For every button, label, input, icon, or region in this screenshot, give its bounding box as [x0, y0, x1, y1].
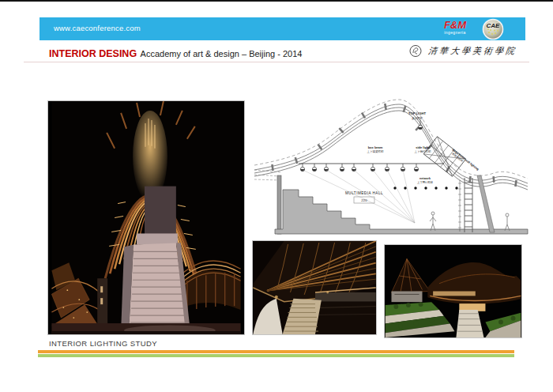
conference-url-link[interactable]: www.caeconference.com — [54, 24, 141, 32]
fm-ingegneria-logo: F&M ingegneria — [438, 20, 472, 35]
slide-top-border — [0, 0, 553, 2]
label-box-beam-cn: 上下箱梁照明 — [367, 149, 385, 153]
label-network-cn: 上下网灯照明 — [417, 180, 433, 184]
cae-logo-text: CAE — [487, 22, 501, 29]
institute-signature: 清華大學美術學院 — [409, 44, 517, 58]
render-interior-structure-large — [47, 100, 245, 335]
fm-logo-text: F&M — [438, 20, 472, 30]
render-interior-stairs — [252, 240, 377, 335]
title-divider — [24, 62, 529, 62]
label-side-light-cn: 上下侧灯照明 — [415, 150, 432, 153]
slide-title: INTERIOR DESING Accademy of art & design… — [49, 46, 302, 60]
label-multimedia-hall: MULTIMEDIA HALL — [345, 191, 383, 195]
label-hall-capacity: 220 — [361, 198, 367, 202]
footer-stripe-green — [38, 354, 514, 357]
label-top-light-cn: 顶部照明 — [412, 116, 423, 120]
section-drawing-lighting: TOP LIGHT 顶部照明 box beam 上下箱梁照明 side ligh… — [253, 96, 529, 235]
label-network: network — [419, 177, 431, 180]
render-exterior-night — [384, 244, 522, 338]
presentation-slide: www.caeconference.com F&M ingegneria CAE — [0, 0, 553, 392]
label-top-light: TOP LIGHT — [408, 111, 427, 115]
fm-logo-subtext: ingegneria — [438, 31, 472, 35]
cae-logo-icon: CAE — [482, 18, 504, 40]
institute-name-calligraphy: 清華大學美術學院 — [427, 45, 517, 57]
label-box-beam: box beam — [368, 145, 383, 149]
header-bar: www.caeconference.com F&M ingegneria CAE — [40, 17, 525, 40]
title-subtitle: Accademy of art & design – Beijing - 201… — [141, 49, 303, 58]
footer-stripe-orange — [38, 350, 514, 353]
tsinghua-seal-icon — [409, 44, 422, 58]
footer-section-title: INTERIOR LIGHTING STUDY — [49, 339, 157, 348]
title-main: INTERIOR DESING — [49, 48, 137, 59]
